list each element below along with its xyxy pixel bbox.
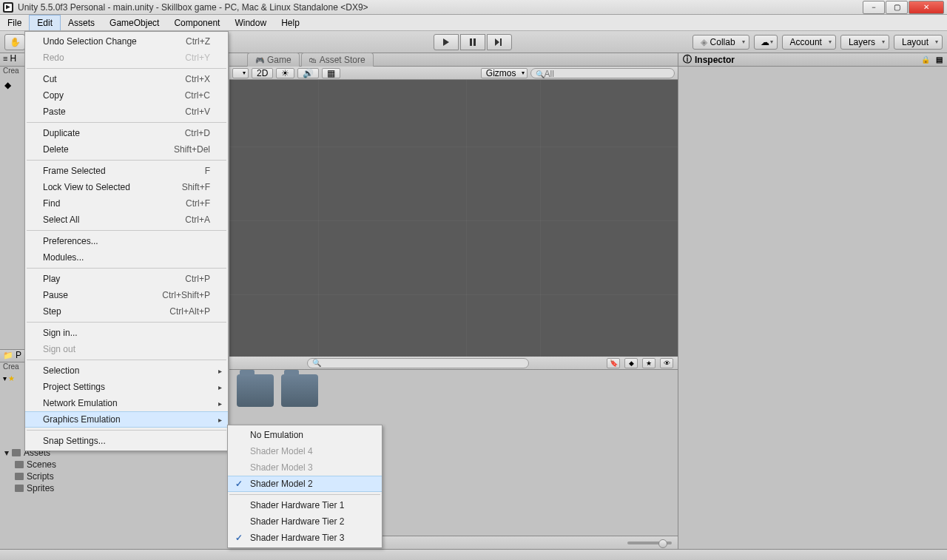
edit-menu-paste[interactable]: PasteCtrl+V (25, 104, 228, 120)
inspector-icon: ⓘ (683, 53, 692, 66)
layout-dropdown[interactable]: Layout (894, 35, 943, 50)
edit-menu-delete[interactable]: DeleteShift+Del (25, 141, 228, 158)
fx-toggle-icon[interactable]: ▦ (322, 68, 340, 78)
tab-game[interactable]: 🎮 Game (247, 53, 300, 67)
lock-icon[interactable]: 🔒 (921, 55, 930, 64)
window-buttons: － ▢ ✕ (863, 1, 944, 14)
edit-menu-select-all[interactable]: Select AllCtrl+A (25, 212, 228, 228)
star-icon: ★ (8, 374, 15, 382)
folder-icon (15, 461, 24, 468)
edit-menu-sign-in-[interactable]: Sign in... (25, 325, 228, 341)
favorite-filter-icon[interactable]: ★ (642, 358, 656, 368)
edit-menu-duplicate[interactable]: DuplicateCtrl+D (25, 125, 228, 141)
edit-menu-lock-view-to-selected[interactable]: Lock View to SelectedShift+F (25, 179, 228, 195)
menu-window[interactable]: Window (227, 15, 274, 30)
folder-tree-sprites[interactable]: Sprites (15, 482, 84, 494)
edit-menu-project-settings[interactable]: Project Settings (25, 379, 228, 395)
folder-tree-scenes[interactable]: Scenes (15, 459, 84, 470)
window-title: Unity 5.5.0f3 Personal - main.unity - Sk… (18, 2, 863, 13)
gfx-emulation-shader-model-2[interactable]: Shader Model 2 (228, 476, 382, 492)
folder-icon (15, 485, 24, 492)
step-button[interactable] (487, 34, 512, 50)
hierarchy-scene-row-peek[interactable]: ◆ (4, 80, 25, 90)
project-folder-tree: ▾ Assets ScenesScriptsSprites (0, 444, 89, 549)
menu-component[interactable]: Component (166, 15, 227, 30)
edit-menu-copy[interactable]: CopyCtrl+C (25, 87, 228, 104)
hierarchy-tab-peek[interactable]: ≡ H (0, 53, 25, 67)
edit-menu-play[interactable]: PlayCtrl+P (25, 271, 228, 287)
scene-search[interactable]: 🔍All (530, 68, 675, 78)
layers-dropdown[interactable]: Layers (840, 35, 889, 50)
edit-menu-graphics-emulation[interactable]: Graphics Emulation (25, 411, 228, 428)
gfx-emulation-shader-hardware-tier-1[interactable]: Shader Hardware Tier 1 (228, 497, 382, 513)
close-button[interactable]: ✕ (909, 1, 944, 14)
menu-edit[interactable]: Edit (29, 15, 61, 30)
unity-scene-icon: ◆ (4, 80, 11, 90)
thumbnail-size-slider[interactable] (627, 542, 672, 544)
collab-dropdown[interactable]: ◈ Collab (692, 35, 749, 50)
hidden-toggle-icon[interactable]: 👁 (660, 358, 673, 368)
cloud-button[interactable]: ☁ (754, 35, 778, 50)
minimize-button[interactable]: － (863, 1, 885, 14)
edit-menu-modules-[interactable]: Modules... (25, 249, 228, 266)
gfx-emulation-shader-model-3: Shader Model 3 (228, 459, 382, 476)
panel-menu-icon[interactable]: ▤ (936, 55, 943, 64)
project-favorites-peek[interactable]: ▾★ (3, 374, 25, 382)
graphics-emulation-submenu: No EmulationShader Model 4Shader Model 3… (227, 425, 382, 548)
project-toolbar: 🔍 🔖 ◆ ★ 👁 (229, 357, 678, 370)
edit-menu-preferences-[interactable]: Preferences... (25, 233, 228, 249)
menu-help[interactable]: Help (274, 15, 307, 30)
shaded-dropdown[interactable]: ▾ (232, 68, 249, 78)
scene-toolbar: ▾ 2D ☀ 🔊 ▦ Gizmos▾ 🔍All (229, 67, 678, 80)
menu-gameobject[interactable]: GameObject (102, 15, 166, 30)
edit-menu-undo-selection-change[interactable]: Undo Selection ChangeCtrl+Z (25, 33, 228, 50)
edit-menu-dropdown: Undo Selection ChangeCtrl+ZRedoCtrl+YCut… (24, 31, 229, 451)
project-folders (229, 370, 678, 411)
folder-tree-scripts[interactable]: Scripts (15, 470, 84, 482)
filter-by-label-icon[interactable]: ◆ (624, 358, 638, 368)
gizmos-dropdown[interactable]: Gizmos▾ (481, 68, 528, 78)
tab-asset-store[interactable]: 🛍 Asset Store (301, 53, 374, 67)
menu-file[interactable]: File (0, 15, 29, 30)
pause-button[interactable] (460, 34, 485, 50)
edit-menu-snap-settings-[interactable]: Snap Settings... (25, 433, 228, 449)
folder-item[interactable] (281, 374, 318, 407)
folder-item[interactable] (237, 374, 274, 407)
tab-asset-store-label: Asset Store (320, 55, 365, 65)
scene-viewport[interactable] (229, 80, 678, 357)
gfx-emulation-no-emulation[interactable]: No Emulation (228, 427, 382, 443)
edit-menu-network-emulation[interactable]: Network Emulation (25, 395, 228, 411)
scene-panel-tabs: 🎮 Game 🛍 Asset Store (229, 53, 678, 67)
edit-menu-selection[interactable]: Selection (25, 362, 228, 379)
svg-marker-0 (443, 38, 449, 46)
filter-by-type-icon[interactable]: 🔖 (607, 358, 620, 368)
audio-toggle-icon[interactable]: 🔊 (297, 68, 319, 78)
play-controls (434, 34, 513, 50)
project-tab-peek[interactable]: 📁 P (0, 349, 25, 362)
folder-icon (12, 449, 21, 456)
hand-tool-icon[interactable]: ✋ (4, 34, 25, 50)
menu-assets[interactable]: Assets (61, 15, 102, 30)
hierarchy-create-peek[interactable]: Crea (0, 67, 25, 78)
gfx-emulation-shader-hardware-tier-3[interactable]: Shader Hardware Tier 3 (228, 530, 382, 546)
play-button[interactable] (434, 34, 459, 50)
lighting-toggle-icon[interactable]: ☀ (276, 68, 294, 78)
project-search[interactable]: 🔍 (307, 358, 529, 368)
tab-game-label: Game (267, 55, 291, 65)
inspector-title: Inspector (695, 55, 735, 65)
edit-menu-find[interactable]: FindCtrl+F (25, 195, 228, 212)
account-dropdown[interactable]: Account (782, 35, 836, 50)
edit-menu-cut[interactable]: CutCtrl+X (25, 71, 228, 87)
collab-label: Collab (710, 37, 735, 47)
project-create-peek[interactable]: Crea (0, 362, 25, 374)
inspector-panel: ⓘ Inspector 🔒 ▤ (678, 53, 947, 549)
svg-rect-4 (500, 38, 502, 46)
2d-toggle[interactable]: 2D (252, 68, 273, 78)
edit-menu-pause[interactable]: PauseCtrl+Shift+P (25, 287, 228, 303)
edit-menu-step[interactable]: StepCtrl+Alt+P (25, 303, 228, 320)
edit-menu-sign-out: Sign out (25, 341, 228, 357)
gfx-emulation-shader-hardware-tier-2[interactable]: Shader Hardware Tier 2 (228, 513, 382, 530)
maximize-button[interactable]: ▢ (886, 1, 908, 14)
asset-store-icon: 🛍 (309, 56, 317, 64)
edit-menu-frame-selected[interactable]: Frame SelectedF (25, 163, 228, 179)
